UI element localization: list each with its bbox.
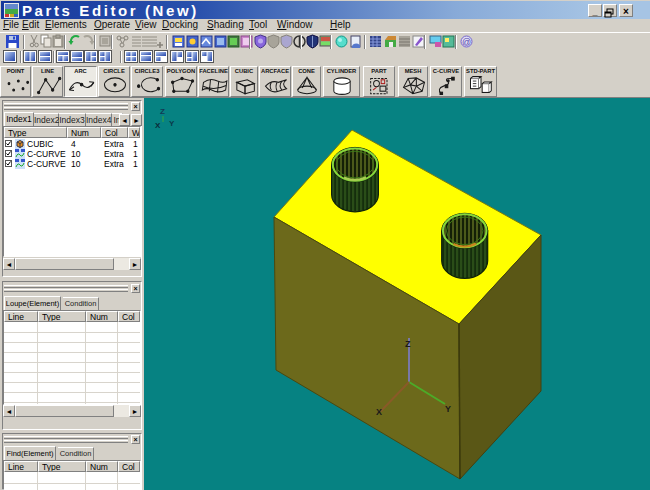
svg-text:Z: Z xyxy=(405,339,411,349)
svg-text:Y: Y xyxy=(169,119,175,128)
svg-text:X: X xyxy=(376,407,382,417)
svg-text:Z: Z xyxy=(160,107,165,116)
svg-text:@: @ xyxy=(462,37,471,47)
svg-text:Y: Y xyxy=(445,404,451,414)
svg-text:X: X xyxy=(155,121,161,130)
